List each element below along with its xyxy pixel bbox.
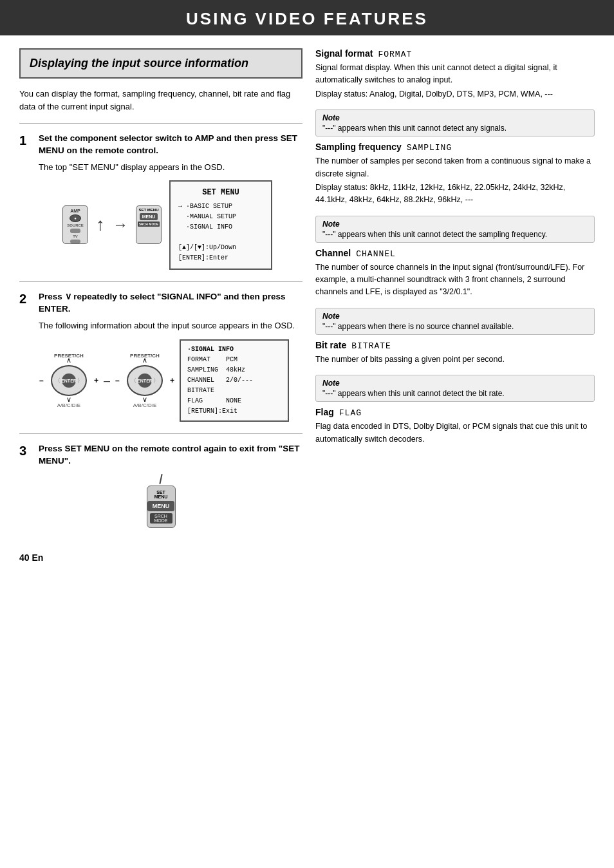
up-arrow-indicator: ↑: [96, 216, 105, 234]
right-column: Signal format FORMAT Signal format displ…: [315, 48, 595, 540]
nav-right-2: 〉: [153, 377, 159, 385]
section-title: Displaying the input source information: [19, 48, 302, 79]
step-2: 2 Press ∨ repeatedly to select "SIGNAL I…: [19, 291, 302, 422]
antenna-step3: [159, 474, 162, 484]
note-box-1: Note "---" appears when this unit cannot…: [315, 109, 595, 137]
header-title: USING VIDEO FEATURES: [186, 9, 428, 28]
sampling-frequency-section: Sampling frequency SAMPLING The number o…: [315, 142, 595, 207]
bit-rate-code: BITRATE: [351, 341, 391, 351]
nav-minus-1: –: [39, 376, 44, 385]
step-2-number: 2: [19, 291, 33, 307]
set-menu-label-step3: SET MENU: [150, 490, 172, 499]
nav-circle-wrapper-2: ∧ – 〈 ENTER 〉 + ∨: [122, 360, 168, 401]
remote-body-1: AMP ● SOURCE TV: [62, 205, 88, 244]
note-1-text: "---" appears when this unit cannot dete…: [322, 124, 588, 133]
bit-rate-title: Bit rate BITRATE: [315, 340, 595, 351]
step-3-diagram: SET MENU MENU SRCH MODE: [19, 474, 302, 528]
page-number: 40: [19, 552, 30, 563]
note-box-3: Note "---" appears when there is no sour…: [315, 308, 595, 335]
sampling-frequency-label: Sampling frequency: [315, 142, 402, 152]
osd-1-title: SET MENU: [178, 187, 263, 199]
signal-osd-bitrate: BITRATE: [187, 386, 281, 396]
note-3-text: "---" appears when there is no source ch…: [322, 322, 588, 331]
source-btn: [70, 229, 80, 232]
nav-left-1: 〈: [55, 377, 60, 385]
note-2-text: "---" appears when this unit cannot dete…: [322, 230, 588, 239]
signal-osd-sampling: SAMPLING 48kHz: [187, 365, 281, 375]
nav-ring-1: 〈 ENTER 〉: [51, 365, 87, 396]
channel-label: Channel: [315, 248, 351, 258]
sampling-frequency-status: Display status: 8kHz, 11kHz, 12kHz, 16kH…: [315, 182, 595, 207]
step-1: 1 Set the component selector switch to A…: [19, 133, 302, 269]
signal-format-body: Signal format display. When this unit ca…: [315, 62, 595, 87]
signal-format-code: FORMAT: [378, 50, 412, 59]
nav-remote-2: PRESET/CH ∧ – 〈 ENTER 〉 + ∨ A/B/C/D/E: [122, 353, 168, 408]
note-4-label: Note: [322, 379, 588, 388]
nav-down-1: ∨: [66, 395, 71, 404]
step-3: 3 Press SET MENU on the remote control a…: [19, 443, 302, 528]
sampling-frequency-body: The number of samples per second taken f…: [315, 155, 595, 180]
note-2-label: Note: [322, 220, 588, 229]
osd-line-1: → ·BASIC SETUP: [178, 202, 263, 212]
nav-up-arrow-2: ∧: [142, 356, 147, 364]
note-3-label: Note: [322, 312, 588, 321]
remote-menu-diagram: SET MENU MENU SRCH MODE: [136, 205, 162, 244]
note-box-4: Note "---" appears when this unit cannot…: [315, 375, 595, 402]
signal-osd-return: [RETURN]:Exit: [187, 406, 281, 417]
nav-up-arrow-1: ∧: [66, 356, 71, 364]
dash-separator: –: [104, 374, 110, 388]
sampling-frequency-title: Sampling frequency SAMPLING: [315, 142, 595, 153]
signal-osd-flag: FLAG NONE: [187, 396, 281, 406]
step-1-body: The top "SET MENU" display appears in th…: [39, 161, 302, 174]
flag-body: Flag data encoded in DTS, Dolby Digital,…: [315, 420, 595, 446]
nav-ring-2: 〈 ENTER 〉: [127, 365, 163, 396]
channel-body: The number of source channels in the inp…: [315, 261, 595, 299]
signal-format-status: Display status: Analog, Digital, DolbyD,…: [315, 88, 595, 100]
nav-circle-wrapper-1: ∧ – 〈 ENTER 〉 + ∨: [46, 360, 92, 401]
remote-body-step3: SET MENU MENU SRCH MODE: [147, 486, 176, 528]
note-4-text: "---" appears when this unit cannot dete…: [322, 389, 588, 398]
step-2-title: Press ∨ repeatedly to select "SIGNAL INF…: [39, 291, 302, 316]
step-2-body: The following information about the inpu…: [39, 319, 302, 332]
osd-line-2: ·MANUAL SETUP: [178, 212, 263, 222]
menu-button-icon: MENU: [140, 213, 158, 220]
channel-title: Channel CHANNEL: [315, 248, 595, 259]
remote-body-2: SET MENU MENU SRCH MODE: [136, 205, 162, 244]
sampling-frequency-code: SAMPLING: [407, 143, 452, 153]
bit-rate-body: The number of bits passing a given point…: [315, 354, 595, 366]
menu-btn-step3: MENU: [147, 501, 175, 511]
signal-osd-format: FORMAT PCM: [187, 355, 281, 365]
nav-down-2: ∨: [142, 395, 147, 404]
osd-line-5: [▲]/[▼]:Up/Down: [178, 243, 263, 253]
step-3-title: Press SET MENU on the remote control aga…: [39, 443, 302, 467]
note-box-2: Note "---" appears when this unit cannot…: [315, 216, 595, 243]
osd-line-3: ·SIGNAL INFO: [178, 222, 263, 232]
step-3-number: 3: [19, 443, 33, 458]
nav-left-2: 〈: [131, 377, 136, 385]
osd-line-6: [ENTER]:Enter: [178, 253, 263, 263]
nav-plus-2: +: [170, 376, 174, 385]
note-1-label: Note: [322, 113, 588, 122]
remote-selector-diagram: AMP ● SOURCE TV: [62, 205, 88, 244]
nav-plus-1: +: [94, 376, 98, 385]
tv-btn: [70, 240, 80, 243]
signal-format-title: Signal format FORMAT: [315, 48, 595, 59]
intro-text: You can display the format, sampling fre…: [19, 88, 302, 113]
step-1-title: Set the component selector switch to AMP…: [39, 133, 302, 157]
signal-info-osd-title: ·SIGNAL INFO: [187, 344, 281, 355]
step-1-number: 1: [19, 133, 33, 148]
arrow-separator: →: [113, 216, 128, 234]
flag-title: Flag FLAG: [315, 407, 595, 418]
page-header: USING VIDEO FEATURES: [0, 0, 614, 35]
remote-menu-step3: SET MENU MENU SRCH MODE: [147, 474, 176, 528]
osd-line-4: [178, 232, 263, 243]
srch-mode-step3: SRCH MODE: [150, 513, 172, 524]
signal-format-section: Signal format FORMAT Signal format displ…: [315, 48, 595, 100]
page-lang: En: [32, 552, 43, 563]
bit-rate-label: Bit rate: [315, 340, 346, 350]
srch-mode-label: SRCH MODE: [138, 222, 160, 227]
enter-btn-2: ENTER: [138, 373, 152, 388]
nav-right-1: 〉: [77, 377, 83, 385]
page-footer: 40 En: [0, 552, 614, 576]
flag-code: FLAG: [339, 408, 362, 418]
